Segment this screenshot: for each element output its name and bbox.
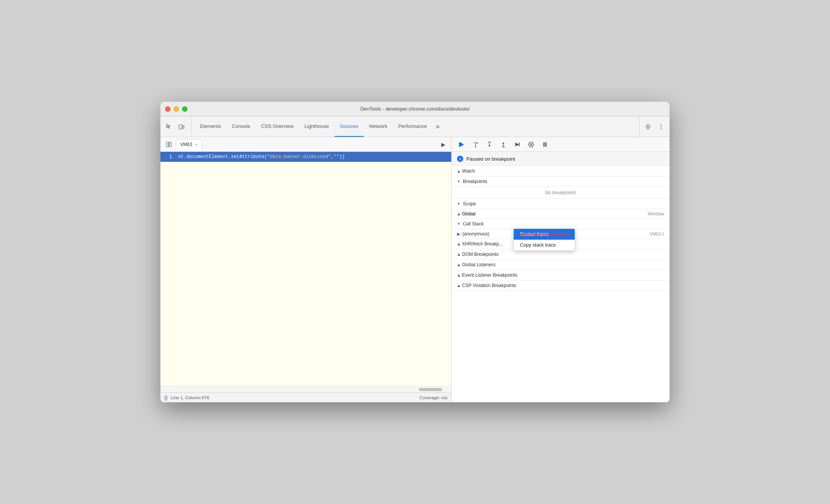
pretty-print-button[interactable]: {}	[164, 395, 168, 400]
svg-marker-17	[502, 142, 504, 144]
svg-point-3	[661, 124, 661, 125]
secondary-toolbar: VM63 × ▶	[160, 137, 451, 152]
paused-banner: i Paused on breakpoint	[452, 152, 670, 166]
call-stack-container: ▶ (anonymous) VM63:1 Restart frame Copy …	[452, 229, 670, 239]
dom-breakpoints-section-header[interactable]: ▶ DOM Breakpoints	[452, 249, 670, 260]
no-breakpoints-text: No breakpoints	[452, 187, 670, 199]
svg-point-12	[475, 146, 476, 147]
csp-violation-triangle: ▶	[457, 284, 461, 287]
breakpoints-section-header[interactable]: ▼ Breakpoints	[452, 176, 670, 187]
scope-label: Scope	[463, 201, 476, 207]
tab-console[interactable]: Console	[226, 116, 256, 137]
scope-triangle: ▼	[457, 202, 461, 206]
devtools-window: DevTools - developer.chrome.com/docs/dev…	[160, 102, 670, 402]
global-scope-item[interactable]: ▶ Global Window	[452, 209, 670, 219]
watch-triangle: ▶	[457, 170, 461, 173]
devtools-container: Elements Console CSS Overview Lighthouse…	[160, 116, 670, 402]
show-navigator-button[interactable]	[164, 139, 174, 150]
svg-rect-9	[459, 142, 460, 147]
csp-violation-section-header[interactable]: ▶ CSP Violation Breakpoints	[452, 281, 670, 291]
tab-elements[interactable]: Elements	[195, 116, 226, 137]
step-out-button[interactable]	[498, 139, 509, 150]
context-menu: Restart frame Copy stack trace	[513, 228, 575, 251]
more-options-button[interactable]	[656, 121, 666, 132]
status-left: {} Line 1, Column 676	[164, 395, 209, 400]
device-toolbar-button[interactable]	[176, 121, 187, 132]
toolbar-icons	[164, 116, 192, 137]
pause-on-exceptions-button[interactable]	[540, 139, 550, 150]
breakpoints-triangle: ▼	[457, 180, 461, 183]
call-arrow-icon: ▶	[457, 232, 460, 237]
settings-button[interactable]	[643, 121, 653, 132]
deactivate-breakpoints-button[interactable]	[526, 139, 536, 150]
title-bar: DevTools - developer.chrome.com/docs/dev…	[160, 102, 670, 116]
svg-rect-1	[182, 126, 184, 128]
right-panel-content[interactable]: i Paused on breakpoint ▶ Watch ▼ Breakpo…	[452, 152, 670, 402]
traffic-lights	[165, 106, 187, 112]
svg-point-4	[661, 126, 661, 127]
file-tab-close[interactable]: ×	[195, 142, 197, 147]
status-right: Coverage: n/a	[420, 395, 447, 400]
global-listeners-label: Global Listeners	[462, 262, 496, 267]
copy-stack-trace-menu-item[interactable]: Copy stack trace	[514, 240, 575, 250]
event-listener-triangle: ▶	[457, 274, 461, 277]
line-number-1: 1	[160, 154, 176, 160]
svg-marker-19	[515, 143, 519, 146]
global-listeners-triangle: ▶	[457, 264, 461, 266]
svg-rect-6	[167, 142, 169, 147]
anonymous-location: VM63:1	[649, 232, 664, 236]
main-content: VM63 × ▶ 1 nt.documentElement.setAttribu…	[160, 137, 670, 402]
code-area[interactable]: 1 nt.documentElement.setAttribute("data-…	[160, 152, 451, 386]
file-tab-vm63[interactable]: VM63 ×	[176, 139, 202, 150]
svg-point-5	[661, 128, 661, 129]
global-triangle: ▶	[457, 213, 461, 215]
top-toolbar: Elements Console CSS Overview Lighthouse…	[160, 116, 670, 137]
code-panel: VM63 × ▶ 1 nt.documentElement.setAttribu…	[160, 137, 452, 402]
toolbar-right	[639, 116, 666, 137]
call-stack-triangle: ▼	[457, 222, 461, 226]
tabs-list: Elements Console CSS Overview Lighthouse…	[195, 116, 443, 137]
anonymous-function-name: (anonymous)	[462, 231, 489, 237]
minimize-button[interactable]	[174, 106, 179, 112]
svg-rect-24	[543, 142, 545, 147]
global-label: Global	[462, 211, 476, 217]
scope-section-header[interactable]: ▼ Scope	[452, 199, 670, 209]
svg-point-2	[647, 126, 649, 128]
maximize-button[interactable]	[182, 106, 187, 112]
more-tabs-button[interactable]: »	[432, 121, 443, 132]
global-value: Window	[648, 211, 664, 217]
call-stack-section-header[interactable]: ▼ Call Stack	[452, 219, 670, 229]
tab-sources[interactable]: Sources	[334, 116, 364, 137]
svg-marker-14	[488, 145, 491, 147]
info-icon: i	[457, 156, 463, 162]
horizontal-scrollbar-thumb[interactable]	[419, 388, 442, 391]
step-button[interactable]	[512, 139, 523, 150]
code-scrollbar[interactable]	[160, 386, 451, 392]
tab-lighthouse[interactable]: Lighthouse	[299, 116, 334, 137]
tab-performance[interactable]: Performance	[393, 116, 432, 137]
file-tab-name: VM63	[180, 142, 192, 147]
xhr-fetch-label: XHR/fetch Breakp...	[462, 241, 503, 247]
resume-button[interactable]	[456, 139, 467, 150]
watch-section-header[interactable]: ▶ Watch	[452, 166, 670, 176]
restart-frame-menu-item[interactable]: Restart frame	[514, 229, 575, 240]
step-over-button[interactable]	[470, 139, 481, 150]
close-button[interactable]	[165, 106, 170, 112]
xhr-fetch-triangle: ▶	[457, 243, 461, 245]
window-title: DevTools - developer.chrome.com/docs/dev…	[360, 106, 469, 112]
global-listeners-section-header[interactable]: ▶ Global Listeners	[452, 260, 670, 270]
svg-marker-8	[460, 142, 464, 147]
tab-network[interactable]: Network	[364, 116, 393, 137]
breakpoints-label: Breakpoints	[463, 179, 487, 184]
svg-rect-25	[545, 142, 547, 147]
tab-css-overview[interactable]: CSS Overview	[256, 116, 299, 137]
dom-breakpoints-label: DOM Breakpoints	[462, 252, 499, 257]
debug-toolbar	[452, 137, 670, 152]
code-line-1: 1 nt.documentElement.setAttribute("data-…	[160, 152, 451, 162]
step-into-button[interactable]	[484, 139, 495, 150]
event-listener-section-header[interactable]: ▶ Event Listener Breakpoints	[452, 270, 670, 281]
inspect-element-button[interactable]	[164, 121, 174, 132]
cursor-position: Line 1, Column 676	[171, 395, 209, 400]
call-stack-label: Call Stack	[463, 221, 484, 227]
play-button[interactable]: ▶	[438, 139, 448, 150]
